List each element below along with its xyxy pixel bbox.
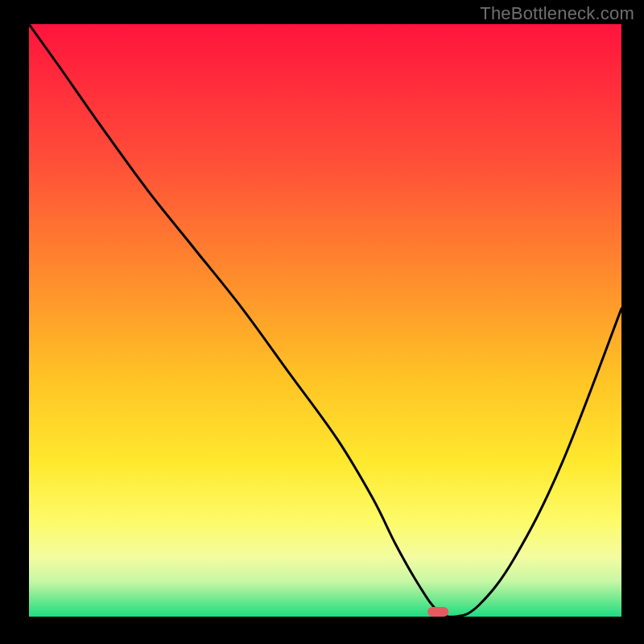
plot-frame [29, 24, 621, 617]
watermark-text: TheBottleneck.com [480, 3, 634, 24]
bottleneck-curve [29, 24, 621, 617]
optimum-marker [427, 607, 448, 617]
chart-stage: TheBottleneck.com [0, 0, 644, 644]
